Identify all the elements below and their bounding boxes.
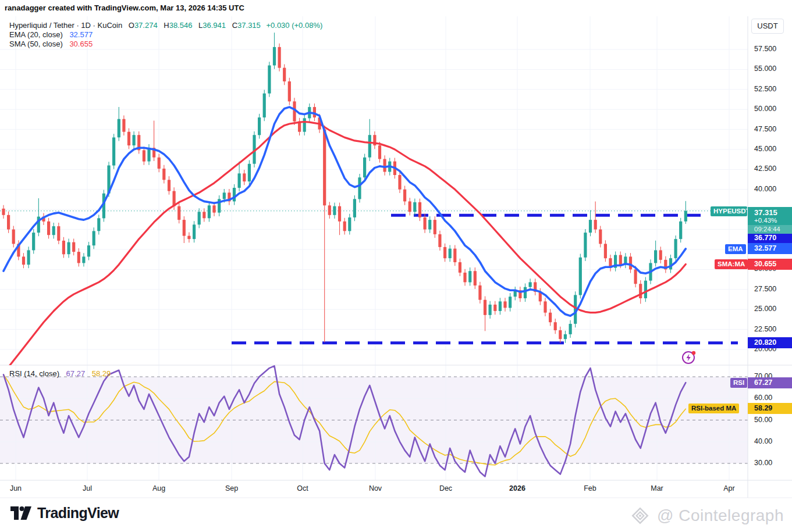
tradingview-chart-page: ranadagger created with TradingView.com,…	[0, 0, 792, 532]
attribution-text: ranadagger created with TradingView.com,…	[5, 3, 244, 12]
rsi-axis-label: 67.27	[748, 377, 792, 388]
main-chart-legend: Hyperliquid / Tether · 1D · KuCoin O37.2…	[9, 21, 322, 49]
last-price-change-pct: +0.43%	[748, 217, 792, 225]
time-tick-apr: Apr	[723, 484, 734, 492]
open-label: O	[129, 21, 134, 30]
close-label: C	[232, 21, 237, 30]
rsi-legend-name: RSI (14, close)	[9, 369, 59, 378]
time-tick-jul: Jul	[83, 484, 92, 492]
price-tick: 42.500	[748, 165, 792, 173]
time-tick-sep: Sep	[225, 484, 238, 492]
low-value: 36.941	[203, 21, 226, 30]
chart-canvas[interactable]	[0, 0, 792, 532]
price-tick: 55.000	[748, 65, 792, 73]
price-tick: 25.000	[748, 305, 792, 313]
high-label: H	[164, 21, 169, 30]
price-tick: 22.500	[748, 325, 792, 333]
boost-lightning-icon[interactable]	[681, 349, 697, 365]
open-value: 37.274	[134, 21, 158, 30]
tradingview-branding[interactable]: TradingView	[10, 505, 119, 522]
support-line-axis-label: 20.820	[748, 337, 792, 348]
time-tick-aug: Aug	[152, 484, 165, 492]
last-price-axis-label: 37.315 +0.43% 09:24:44	[748, 207, 792, 234]
time-tick-oct: Oct	[297, 484, 308, 492]
price-tick: 47.500	[748, 125, 792, 133]
rsi-ma-legend-value: 58.29	[92, 369, 111, 378]
price-tick: 50.000	[748, 105, 792, 113]
close-value: 37.315	[237, 21, 261, 30]
change-value: +0.030 (+0.08%)	[266, 21, 322, 30]
time-tick-nov: Nov	[369, 484, 382, 492]
cointelegraph-watermark-text: @ Cointelegraph	[657, 506, 784, 525]
rsi-tick: 50.00	[748, 416, 792, 424]
time-tick-feb: Feb	[584, 484, 596, 492]
rsi-tick: 40.00	[748, 437, 792, 445]
tradingview-logo-icon	[10, 506, 31, 520]
rsi-tag: RSI	[730, 378, 747, 388]
currency-unit-button[interactable]: USDT	[751, 19, 784, 34]
ema-axis-label: 32.577	[748, 243, 792, 254]
time-tick-dec: Dec	[439, 484, 452, 492]
symbol-legend-row[interactable]: Hyperliquid / Tether · 1D · KuCoin O37.2…	[9, 21, 322, 30]
high-value: 38.546	[169, 21, 193, 30]
time-tick-2026: 2026	[509, 484, 525, 492]
bar-countdown-timer: 09:24:44	[748, 225, 792, 234]
rsi-ma-axis-label: 58.29	[748, 403, 792, 414]
price-tick: 27.500	[748, 285, 792, 293]
ema-legend-name: EMA (20, close)	[9, 30, 63, 39]
ema-legend-value: 32.577	[69, 30, 93, 39]
rsi-legend[interactable]: RSI (14, close) 67.27 58.29	[9, 369, 111, 378]
price-tick: 40.000	[748, 185, 792, 193]
time-tick-mar: Mar	[651, 484, 663, 492]
rsi-legend-value: 67.27	[66, 369, 86, 378]
price-tick: 45.000	[748, 145, 792, 153]
price-tick: 52.500	[748, 85, 792, 93]
rsi-tick: 60.00	[748, 394, 792, 402]
ema-tag: EMA	[725, 244, 746, 254]
symbol-title: Hyperliquid / Tether · 1D · KuCoin	[9, 21, 122, 30]
price-tick: 57.500	[748, 45, 792, 53]
resistance-line-axis-label: 36.770	[748, 233, 792, 244]
time-tick-jun: Jun	[10, 484, 22, 492]
sma-tag: SMA:MA	[715, 259, 748, 269]
sma50-line	[3, 122, 686, 374]
sma-legend-value: 30.655	[69, 40, 93, 48]
sma-legend-name: SMA (50, close)	[9, 40, 63, 48]
cointelegraph-watermark: @ Cointelegraph	[628, 504, 784, 528]
rsi-ma-tag: RSI-based MA	[688, 404, 739, 413]
cointelegraph-logo-icon	[628, 504, 652, 528]
sma-legend-row[interactable]: SMA (50, close) 30.655	[9, 40, 322, 49]
symbol-price-tag: HYPEUSDT	[711, 206, 747, 216]
ema-legend-row[interactable]: EMA (20, close) 32.577	[9, 30, 322, 40]
last-price-value: 37.315	[748, 207, 792, 217]
rsi-tick: 30.00	[748, 459, 792, 467]
sma-axis-label: 30.655	[748, 259, 792, 270]
tradingview-logo-text: TradingView	[37, 505, 119, 522]
